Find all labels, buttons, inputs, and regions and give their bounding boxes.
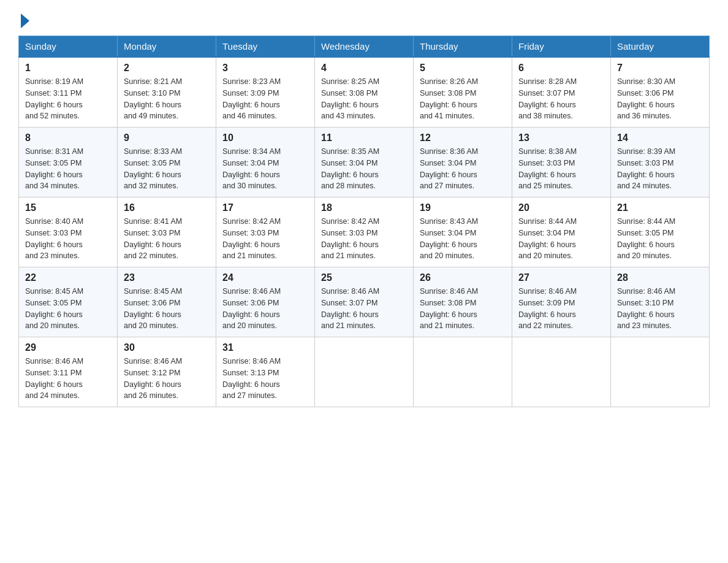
calendar-day-cell: 24 Sunrise: 8:46 AM Sunset: 3:06 PM Dayl… <box>216 267 315 337</box>
day-number: 18 <box>321 202 407 213</box>
weekday-header-wednesday: Wednesday <box>315 36 414 58</box>
day-number: 15 <box>25 202 111 213</box>
day-info: Sunrise: 8:36 AM Sunset: 3:04 PM Dayligh… <box>420 146 506 192</box>
weekday-header-sunday: Sunday <box>19 36 118 58</box>
calendar-day-cell: 14 Sunrise: 8:39 AM Sunset: 3:03 PM Dayl… <box>611 128 710 197</box>
day-number: 28 <box>617 272 703 283</box>
day-number: 6 <box>518 63 604 74</box>
calendar-day-cell: 7 Sunrise: 8:30 AM Sunset: 3:06 PM Dayli… <box>611 57 710 128</box>
calendar-day-cell: 2 Sunrise: 8:21 AM Sunset: 3:10 PM Dayli… <box>118 57 216 128</box>
day-number: 25 <box>321 272 407 283</box>
calendar-day-cell: 31 Sunrise: 8:46 AM Sunset: 3:13 PM Dayl… <box>216 337 315 407</box>
weekday-header-friday: Friday <box>512 36 611 58</box>
day-info: Sunrise: 8:38 AM Sunset: 3:03 PM Dayligh… <box>518 146 604 192</box>
calendar-day-cell: 12 Sunrise: 8:36 AM Sunset: 3:04 PM Dayl… <box>414 128 512 197</box>
day-number: 11 <box>321 132 407 144</box>
calendar-day-cell: 19 Sunrise: 8:43 AM Sunset: 3:04 PM Dayl… <box>414 197 512 267</box>
calendar-day-cell: 29 Sunrise: 8:46 AM Sunset: 3:11 PM Dayl… <box>19 337 118 407</box>
calendar-day-cell: 23 Sunrise: 8:45 AM Sunset: 3:06 PM Dayl… <box>118 267 216 337</box>
calendar-day-cell: 5 Sunrise: 8:26 AM Sunset: 3:08 PM Dayli… <box>414 57 512 128</box>
weekday-header-saturday: Saturday <box>611 36 710 58</box>
day-number: 8 <box>25 132 111 144</box>
calendar-day-cell: 3 Sunrise: 8:23 AM Sunset: 3:09 PM Dayli… <box>216 57 315 128</box>
day-info: Sunrise: 8:45 AM Sunset: 3:06 PM Dayligh… <box>124 286 210 332</box>
day-info: Sunrise: 8:46 AM Sunset: 3:07 PM Dayligh… <box>321 286 407 332</box>
day-info: Sunrise: 8:46 AM Sunset: 3:10 PM Dayligh… <box>617 286 703 332</box>
calendar-header-row: SundayMondayTuesdayWednesdayThursdayFrid… <box>19 36 710 58</box>
day-number: 17 <box>222 202 308 213</box>
calendar-week-row: 22 Sunrise: 8:45 AM Sunset: 3:05 PM Dayl… <box>19 267 710 337</box>
calendar-day-cell: 26 Sunrise: 8:46 AM Sunset: 3:08 PM Dayl… <box>414 267 512 337</box>
day-number: 9 <box>124 132 210 144</box>
day-info: Sunrise: 8:46 AM Sunset: 3:12 PM Dayligh… <box>124 356 210 402</box>
day-info: Sunrise: 8:46 AM Sunset: 3:09 PM Dayligh… <box>518 286 604 332</box>
day-number: 24 <box>222 272 308 283</box>
day-info: Sunrise: 8:42 AM Sunset: 3:03 PM Dayligh… <box>321 216 407 262</box>
calendar-day-cell: 21 Sunrise: 8:44 AM Sunset: 3:05 PM Dayl… <box>611 197 710 267</box>
day-info: Sunrise: 8:19 AM Sunset: 3:11 PM Dayligh… <box>25 76 111 122</box>
day-info: Sunrise: 8:44 AM Sunset: 3:04 PM Dayligh… <box>518 216 604 262</box>
day-info: Sunrise: 8:46 AM Sunset: 3:08 PM Dayligh… <box>420 286 506 332</box>
day-info: Sunrise: 8:31 AM Sunset: 3:05 PM Dayligh… <box>25 146 111 192</box>
calendar-day-cell: 27 Sunrise: 8:46 AM Sunset: 3:09 PM Dayl… <box>512 267 611 337</box>
calendar-week-row: 8 Sunrise: 8:31 AM Sunset: 3:05 PM Dayli… <box>19 128 710 197</box>
day-number: 20 <box>518 202 604 213</box>
calendar-day-cell <box>512 337 611 407</box>
day-number: 26 <box>420 272 506 283</box>
weekday-header-tuesday: Tuesday <box>216 36 315 58</box>
calendar-day-cell <box>414 337 512 407</box>
day-info: Sunrise: 8:25 AM Sunset: 3:08 PM Dayligh… <box>321 76 407 122</box>
day-info: Sunrise: 8:21 AM Sunset: 3:10 PM Dayligh… <box>124 76 210 122</box>
day-number: 5 <box>420 63 506 74</box>
logo <box>18 12 29 26</box>
day-number: 16 <box>124 202 210 213</box>
weekday-header-monday: Monday <box>118 36 216 58</box>
day-info: Sunrise: 8:46 AM Sunset: 3:13 PM Dayligh… <box>222 356 308 402</box>
weekday-header-thursday: Thursday <box>414 36 512 58</box>
calendar-day-cell: 9 Sunrise: 8:33 AM Sunset: 3:05 PM Dayli… <box>118 128 216 197</box>
calendar-day-cell: 11 Sunrise: 8:35 AM Sunset: 3:04 PM Dayl… <box>315 128 414 197</box>
day-info: Sunrise: 8:42 AM Sunset: 3:03 PM Dayligh… <box>222 216 308 262</box>
day-info: Sunrise: 8:30 AM Sunset: 3:06 PM Dayligh… <box>617 76 703 122</box>
day-number: 14 <box>617 132 703 144</box>
calendar-day-cell: 25 Sunrise: 8:46 AM Sunset: 3:07 PM Dayl… <box>315 267 414 337</box>
day-number: 13 <box>518 132 604 144</box>
calendar-day-cell: 8 Sunrise: 8:31 AM Sunset: 3:05 PM Dayli… <box>19 128 118 197</box>
calendar-week-row: 29 Sunrise: 8:46 AM Sunset: 3:11 PM Dayl… <box>19 337 710 407</box>
day-number: 12 <box>420 132 506 144</box>
day-info: Sunrise: 8:40 AM Sunset: 3:03 PM Dayligh… <box>25 216 111 262</box>
day-number: 2 <box>124 63 210 74</box>
day-number: 27 <box>518 272 604 283</box>
day-info: Sunrise: 8:45 AM Sunset: 3:05 PM Dayligh… <box>25 286 111 332</box>
page-header <box>18 12 710 26</box>
calendar-table: SundayMondayTuesdayWednesdayThursdayFrid… <box>18 36 710 407</box>
logo-arrow-icon <box>21 13 29 28</box>
calendar-week-row: 15 Sunrise: 8:40 AM Sunset: 3:03 PM Dayl… <box>19 197 710 267</box>
day-info: Sunrise: 8:34 AM Sunset: 3:04 PM Dayligh… <box>222 146 308 192</box>
calendar-day-cell: 6 Sunrise: 8:28 AM Sunset: 3:07 PM Dayli… <box>512 57 611 128</box>
day-number: 31 <box>222 342 308 353</box>
calendar-day-cell: 20 Sunrise: 8:44 AM Sunset: 3:04 PM Dayl… <box>512 197 611 267</box>
day-info: Sunrise: 8:44 AM Sunset: 3:05 PM Dayligh… <box>617 216 703 262</box>
day-number: 3 <box>222 63 308 74</box>
day-number: 19 <box>420 202 506 213</box>
day-info: Sunrise: 8:33 AM Sunset: 3:05 PM Dayligh… <box>124 146 210 192</box>
calendar-day-cell: 16 Sunrise: 8:41 AM Sunset: 3:03 PM Dayl… <box>118 197 216 267</box>
day-info: Sunrise: 8:26 AM Sunset: 3:08 PM Dayligh… <box>420 76 506 122</box>
day-number: 22 <box>25 272 111 283</box>
day-info: Sunrise: 8:43 AM Sunset: 3:04 PM Dayligh… <box>420 216 506 262</box>
day-number: 7 <box>617 63 703 74</box>
day-number: 29 <box>25 342 111 353</box>
calendar-day-cell: 30 Sunrise: 8:46 AM Sunset: 3:12 PM Dayl… <box>118 337 216 407</box>
day-info: Sunrise: 8:46 AM Sunset: 3:06 PM Dayligh… <box>222 286 308 332</box>
calendar-day-cell: 10 Sunrise: 8:34 AM Sunset: 3:04 PM Dayl… <box>216 128 315 197</box>
calendar-week-row: 1 Sunrise: 8:19 AM Sunset: 3:11 PM Dayli… <box>19 57 710 128</box>
day-info: Sunrise: 8:46 AM Sunset: 3:11 PM Dayligh… <box>25 356 111 402</box>
day-number: 10 <box>222 132 308 144</box>
day-info: Sunrise: 8:39 AM Sunset: 3:03 PM Dayligh… <box>617 146 703 192</box>
calendar-day-cell: 1 Sunrise: 8:19 AM Sunset: 3:11 PM Dayli… <box>19 57 118 128</box>
calendar-day-cell: 22 Sunrise: 8:45 AM Sunset: 3:05 PM Dayl… <box>19 267 118 337</box>
day-info: Sunrise: 8:35 AM Sunset: 3:04 PM Dayligh… <box>321 146 407 192</box>
calendar-day-cell: 18 Sunrise: 8:42 AM Sunset: 3:03 PM Dayl… <box>315 197 414 267</box>
day-number: 1 <box>25 63 111 74</box>
